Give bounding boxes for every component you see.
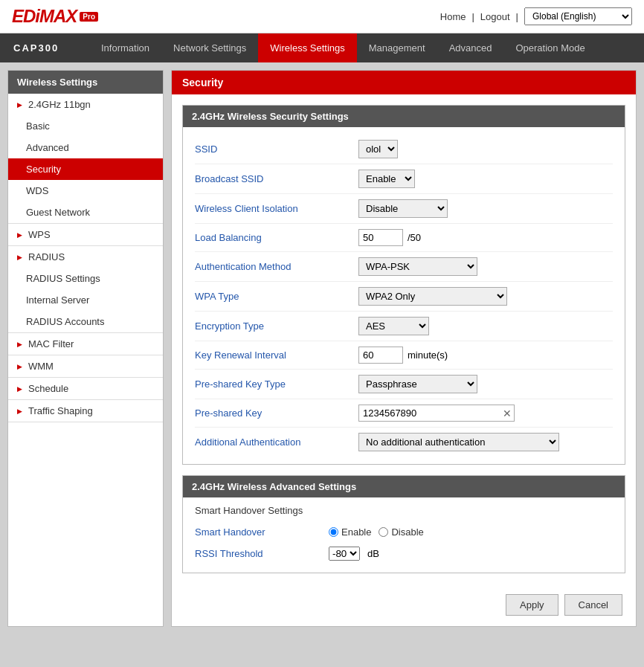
- psk-clear-button[interactable]: ✕: [503, 407, 512, 419]
- additional-auth-select[interactable]: No additional authentication RADIUS MAC …: [358, 433, 559, 451]
- tab-operation-mode[interactable]: Operation Mode: [503, 33, 596, 62]
- load-balancing-control: /50: [358, 229, 421, 246]
- key-renewal-control: minute(s): [358, 347, 448, 364]
- nav-bar: CAP300 Information Network Settings Wire…: [0, 33, 644, 62]
- auth-method-select[interactable]: WPA-PSK Open System Shared Key WPA WPA2 …: [358, 257, 477, 276]
- rssi-threshold-select[interactable]: -80 -75 -70 -65 -60: [329, 547, 360, 561]
- rssi-threshold-suffix: dB: [367, 548, 379, 559]
- psk-label: Pre-shared Key: [195, 407, 358, 419]
- client-isolation-row: Wireless Client Isolation Disable Enable: [195, 194, 613, 224]
- psk-type-row: Pre-shared Key Type Passphrase Hex: [195, 370, 613, 399]
- sidebar-item-wds[interactable]: WDS: [8, 180, 163, 202]
- psk-type-label: Pre-shared Key Type: [195, 378, 358, 390]
- smart-handover-enable-radio[interactable]: [329, 527, 338, 537]
- sidebar-item-advanced[interactable]: Advanced: [8, 137, 163, 158]
- broadcast-ssid-select[interactable]: Enable Disable: [358, 170, 415, 188]
- content-area: Security 2.4GHz Wireless Security Settin…: [171, 70, 637, 627]
- psk-control: ✕: [358, 405, 515, 422]
- language-select[interactable]: Global (English) Chinese (Traditional) C…: [524, 7, 632, 25]
- wpa-type-label: WPA Type: [195, 291, 358, 302]
- sidebar-item-basic[interactable]: Basic: [8, 115, 163, 137]
- tab-network-settings[interactable]: Network Settings: [161, 33, 258, 62]
- sidebar-item-guest-network[interactable]: Guest Network: [8, 202, 163, 223]
- wpa-type-select[interactable]: WPA2 Only WPA Only Auto (WPA+WPA2): [358, 287, 507, 306]
- psk-input[interactable]: [358, 405, 515, 422]
- sidebar-section-traffic-shaping: Traffic Shaping: [8, 400, 163, 422]
- sidebar-item-schedule[interactable]: Schedule: [8, 378, 163, 399]
- client-isolation-label: Wireless Client Isolation: [195, 203, 358, 214]
- wpa-type-control: WPA2 Only WPA Only Auto (WPA+WPA2): [358, 287, 507, 306]
- client-isolation-select[interactable]: Disable Enable: [358, 199, 448, 218]
- smart-handover-control: Enable Disable: [329, 526, 424, 538]
- apply-button[interactable]: Apply: [506, 594, 558, 616]
- tab-management[interactable]: Management: [357, 33, 437, 62]
- tab-wireless-settings[interactable]: Wireless Settings: [258, 33, 356, 62]
- smart-handover-enable-label: Enable: [329, 526, 371, 538]
- sidebar-item-radius-settings[interactable]: RADIUS Settings: [8, 268, 163, 289]
- sidebar-item-wmm[interactable]: WMM: [8, 355, 163, 377]
- encryption-type-select[interactable]: AES TKIP TKIP+AES: [358, 317, 429, 335]
- sidebar-item-24ghz[interactable]: 2.4GHz 11bgn: [8, 94, 163, 115]
- key-renewal-suffix: minute(s): [408, 349, 448, 361]
- top-header: EDiMAX Pro Home | Logout | Global (Engli…: [0, 0, 644, 33]
- broadcast-ssid-label: Broadcast SSID: [195, 173, 358, 184]
- psk-type-control: Passphrase Hex: [358, 375, 477, 393]
- load-balancing-label: Load Balancing: [195, 232, 358, 243]
- key-renewal-row: Key Renewal Interval minute(s): [195, 341, 613, 370]
- rssi-threshold-label: RSSI Threshold: [195, 548, 329, 559]
- sidebar-section-mac-filter: MAC Filter: [8, 333, 163, 355]
- tab-advanced[interactable]: Advanced: [437, 33, 504, 62]
- psk-type-select[interactable]: Passphrase Hex: [358, 375, 477, 393]
- ssid-select[interactable]: olol: [358, 140, 398, 158]
- smart-handover-disable-label: Disable: [379, 526, 423, 538]
- sidebar-title: Wireless Settings: [8, 71, 163, 94]
- smart-handover-subtitle: Smart Handover Settings: [195, 505, 613, 516]
- sidebar-item-radius[interactable]: RADIUS: [8, 246, 163, 268]
- auth-method-row: Authentication Method WPA-PSK Open Syste…: [195, 252, 613, 282]
- tab-information[interactable]: Information: [89, 33, 161, 62]
- wpa-type-row: WPA Type WPA2 Only WPA Only Auto (WPA+WP…: [195, 282, 613, 312]
- sidebar-item-mac-filter[interactable]: MAC Filter: [8, 333, 163, 355]
- smart-handover-disable-text: Disable: [391, 526, 423, 538]
- load-balancing-input[interactable]: [358, 229, 403, 246]
- advanced-block-title: 2.4GHz Wireless Advanced Settings: [183, 476, 625, 497]
- sidebar-item-radius-accounts[interactable]: RADIUS Accounts: [8, 311, 163, 332]
- sidebar-section-schedule: Schedule: [8, 378, 163, 400]
- additional-auth-row: Additional Authentication No additional …: [195, 428, 613, 457]
- smart-handover-enable-text: Enable: [341, 526, 371, 538]
- advanced-block-inner: Smart Handover Settings Smart Handover E…: [183, 497, 625, 573]
- load-balancing-row: Load Balancing /50: [195, 224, 613, 252]
- client-isolation-control: Disable Enable: [358, 199, 448, 218]
- encryption-type-row: Encryption Type AES TKIP TKIP+AES: [195, 312, 613, 341]
- load-balancing-suffix: /50: [408, 232, 421, 243]
- sidebar-item-traffic-shaping[interactable]: Traffic Shaping: [8, 400, 163, 422]
- home-link[interactable]: Home: [440, 11, 466, 22]
- advanced-settings-block: 2.4GHz Wireless Advanced Settings Smart …: [182, 475, 625, 573]
- security-settings-table: SSID olol Broadcast SSID Enable Disable: [183, 127, 625, 464]
- ssid-row: SSID olol: [195, 135, 613, 164]
- sidebar-section-wps: WPS: [8, 224, 163, 246]
- auth-method-control: WPA-PSK Open System Shared Key WPA WPA2 …: [358, 257, 477, 276]
- sidebar-item-wps[interactable]: WPS: [8, 224, 163, 245]
- sidebar-item-security[interactable]: Security: [8, 158, 163, 180]
- psk-input-wrap: ✕: [358, 405, 515, 422]
- smart-handover-radio-group: Enable Disable: [329, 526, 424, 538]
- button-row: Apply Cancel: [172, 584, 636, 626]
- rssi-threshold-control: -80 -75 -70 -65 -60 dB: [329, 547, 379, 561]
- encryption-type-label: Encryption Type: [195, 320, 358, 332]
- sidebar-section-24ghz: 2.4GHz 11bgn Basic Advanced Security WDS…: [8, 94, 163, 224]
- smart-handover-row: Smart Handover Enable Disable: [195, 522, 613, 542]
- sidebar: Wireless Settings 2.4GHz 11bgn Basic Adv…: [7, 70, 164, 627]
- key-renewal-input[interactable]: [358, 347, 403, 364]
- main-layout: Wireless Settings 2.4GHz 11bgn Basic Adv…: [0, 62, 644, 634]
- logo-area: EDiMAX Pro: [12, 6, 98, 27]
- top-right-nav: Home | Logout | Global (English) Chinese…: [440, 7, 632, 25]
- sidebar-item-internal-server[interactable]: Internal Server: [8, 289, 163, 311]
- smart-handover-disable-radio[interactable]: [379, 527, 388, 537]
- logo-pro: Pro: [80, 12, 98, 22]
- rssi-threshold-row: RSSI Threshold -80 -75 -70 -65 -60 dB: [195, 542, 613, 565]
- logout-link[interactable]: Logout: [480, 11, 510, 22]
- cancel-button[interactable]: Cancel: [564, 594, 622, 616]
- key-renewal-label: Key Renewal Interval: [195, 349, 358, 361]
- additional-auth-label: Additional Authentication: [195, 436, 358, 448]
